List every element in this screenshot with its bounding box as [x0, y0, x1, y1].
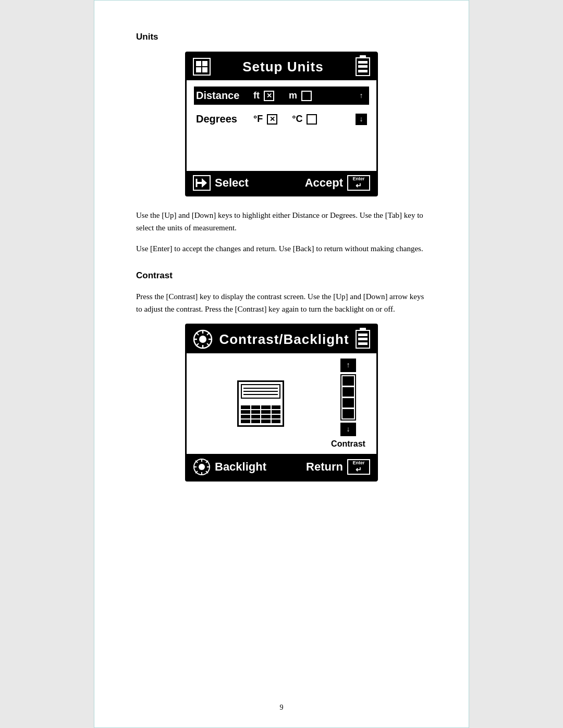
degrees-scroll-arrows: ↓ — [356, 114, 367, 125]
page-number: 9 — [280, 704, 284, 712]
device-box — [237, 380, 284, 427]
device-screen-small — [241, 384, 280, 399]
device-keys — [241, 405, 280, 423]
fahrenheit-label: °F — [253, 114, 263, 125]
contrast-backlight-screen: Contrast/Backlight — [185, 324, 378, 482]
distance-scroll-arrows: ↑ — [356, 90, 367, 102]
contrast-body: ↑ ↓ Contrast — [187, 353, 376, 454]
accept-action: Accept Enter ↵ — [305, 175, 370, 191]
slider-bar-2 — [342, 387, 354, 397]
units-heading: Units — [136, 32, 427, 42]
contrast-enter-icon: Enter ↵ — [347, 459, 370, 475]
backlight-label: Backlight — [215, 460, 266, 474]
slider-down-arrow[interactable]: ↓ — [340, 423, 356, 436]
contrast-screen-footer: Backlight Return Enter ↵ — [187, 454, 376, 480]
down-arrow[interactable]: ↓ — [356, 114, 367, 125]
distance-options: ft m — [253, 90, 351, 101]
select-label: Select — [215, 176, 249, 190]
units-section: Units Setup Units — [136, 32, 427, 255]
svg-point-14 — [199, 464, 205, 470]
accept-label: Accept — [305, 176, 343, 190]
setup-units-screen: Setup Units Distance ft m — [185, 52, 378, 196]
page: Units Setup Units — [94, 0, 469, 728]
ft-checkbox[interactable] — [264, 91, 274, 101]
contrast-description: Press the [Contrast] key to display the … — [136, 290, 427, 315]
slider-up-arrow[interactable]: ↑ — [340, 359, 356, 372]
battery-icon — [356, 57, 370, 76]
menu-icon — [193, 58, 211, 76]
celsius-checkbox[interactable] — [307, 114, 317, 125]
select-action: Select — [193, 175, 249, 191]
enter-label-text: Enter — [352, 177, 364, 181]
backlight-icon — [193, 458, 211, 476]
return-label: Return — [306, 460, 343, 474]
units-description-2: Use [Enter] to accept the changes and re… — [136, 242, 427, 255]
device-illustration — [194, 380, 327, 427]
ft-label: ft — [253, 90, 260, 101]
slider-track — [340, 374, 356, 421]
distance-label: Distance — [196, 90, 253, 102]
fahrenheit-checkbox[interactable] — [267, 114, 277, 125]
degrees-options: °F °C — [253, 114, 351, 125]
contrast-enter-arrow: ↵ — [356, 465, 362, 474]
contrast-heading: Contrast — [136, 270, 427, 281]
screen-header: Setup Units — [187, 53, 376, 80]
screen-title: Setup Units — [211, 59, 356, 75]
return-action: Return Enter ↵ — [306, 459, 370, 475]
contrast-label: Contrast — [331, 439, 365, 449]
slider-bar-3 — [342, 398, 354, 408]
contrast-screen-title: Contrast/Backlight — [213, 331, 356, 348]
celsius-label: °C — [292, 114, 302, 125]
backlight-action: Backlight — [193, 458, 266, 476]
up-arrow[interactable]: ↑ — [356, 90, 367, 102]
contrast-screen-header: Contrast/Backlight — [187, 325, 376, 353]
slider-bar-1 — [342, 376, 354, 386]
m-checkbox[interactable] — [301, 91, 312, 101]
screen-footer: Select Accept Enter ↵ — [187, 171, 376, 195]
m-label: m — [289, 90, 297, 101]
svg-rect-1 — [197, 182, 203, 184]
distance-row: Distance ft m ↑ — [194, 87, 369, 105]
enter-arrow: ↵ — [356, 181, 362, 190]
empty-space — [194, 133, 369, 165]
contrast-slider: ↑ ↓ Contrast — [327, 359, 369, 449]
contrast-icon — [193, 329, 213, 349]
tab-icon — [193, 175, 211, 191]
degrees-row: Degrees °F °C ↓ — [194, 110, 369, 128]
contrast-battery-icon — [356, 330, 370, 349]
degrees-label: Degrees — [196, 113, 253, 125]
contrast-enter-label-text: Enter — [352, 461, 364, 465]
svg-point-4 — [199, 336, 206, 343]
units-description-1: Use the [Up] and [Down] keys to highligh… — [136, 209, 427, 234]
slider-bar-4 — [342, 409, 354, 418]
enter-icon: Enter ↵ — [347, 175, 370, 191]
contrast-section: Contrast Press the [Contrast] key to dis… — [136, 270, 427, 482]
screen-body: Distance ft m ↑ Degrees — [187, 80, 376, 171]
